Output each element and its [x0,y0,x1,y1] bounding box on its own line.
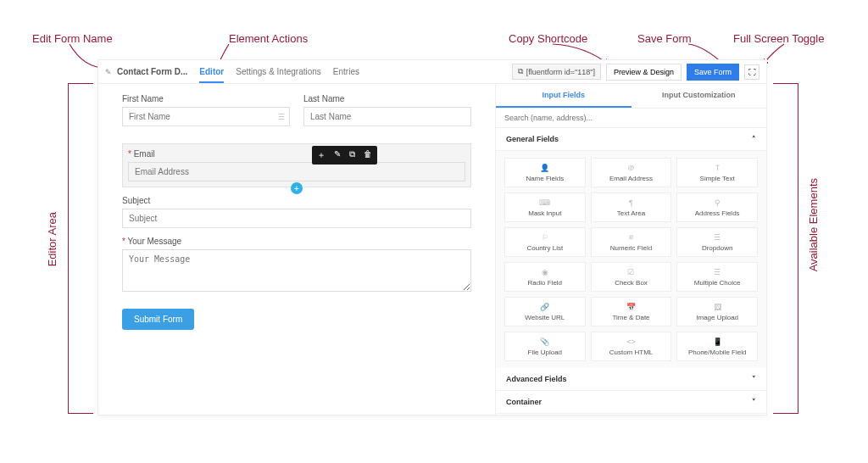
field-item-label: Time & Date [612,314,649,321]
message-label: * Your Message [122,237,471,246]
fullscreen-icon: ⛶ [748,68,756,76]
last-name-input[interactable] [303,107,471,126]
field-item-icon: ☰ [714,233,721,242]
field-subject[interactable]: Subject [122,196,471,228]
sidebar-tab-customization[interactable]: Input Customization [632,84,767,108]
field-item-icon: 📎 [540,337,549,346]
save-button[interactable]: Save Form [687,64,739,81]
field-item-text-area[interactable]: ¶Text Area [591,192,672,222]
sidebar-tab-input-fields[interactable]: Input Fields [496,84,632,108]
field-item-radio-field[interactable]: ◉Radio Field [504,262,586,292]
field-item-label: Custom HTML [609,349,654,356]
copy-icon: ⧉ [518,67,523,76]
container-title: Container [506,398,542,406]
field-item-label: Mask Input [528,209,561,217]
field-last-name[interactable]: Last Name [303,94,471,126]
advanced-fields-title: Advanced Fields [506,375,567,383]
field-item-dropdown[interactable]: ☰Dropdown [676,227,758,257]
label-editor-area: Editor Area [46,212,58,266]
chevron-down-icon: ˅ [752,375,756,383]
tab-entries[interactable]: Entries [333,67,359,76]
tab-settings[interactable]: Settings & Integrations [236,67,321,76]
bracket-available-elements [773,83,798,414]
field-item-icon: Ｔ [714,164,721,172]
sidebar: Input Fields Input Customization General… [495,84,766,415]
field-item-icon: 🖼 [714,303,721,311]
field-item-check-box[interactable]: ☑Check Box [591,262,672,292]
field-item-label: Image Upload [696,314,738,321]
accordion-payment-fields[interactable]: Payment Fields ˅ [496,414,766,415]
field-item-icon: ☑ [627,268,634,276]
general-fields-title: General Fields [506,135,559,143]
field-item-phone-mobile-field[interactable]: 📱Phone/Mobile Field [676,332,758,361]
field-item-label: Phone/Mobile Field [688,349,746,356]
first-name-label: First Name [122,94,290,103]
form-builder-app: ✎ Contact Form D... Editor Settings & In… [97,59,767,416]
field-item-icon: 📅 [626,303,636,311]
message-textarea[interactable] [122,249,471,292]
field-item-icon: 🔗 [540,303,549,311]
form-name[interactable]: Contact Form D... [117,67,187,76]
field-item-address-fields[interactable]: ⚲Address Fields [676,192,758,222]
field-item-icon: ◉ [542,268,548,276]
sidebar-search-input[interactable] [504,114,758,122]
accordion-advanced-fields[interactable]: Advanced Fields ˅ [496,368,766,391]
field-item-email-address[interactable]: ＠Email Address [591,158,672,187]
toolbox-add-icon[interactable]: ＋ [317,149,326,161]
toolbox-edit-icon[interactable]: ✎ [334,149,341,161]
field-item-icon: 👤 [540,164,549,172]
field-item-icon: <> [626,337,636,346]
field-item-website-url[interactable]: 🔗Website URL [504,297,586,326]
field-item-mask-input[interactable]: ⌨Mask Input [504,192,586,222]
field-item-multiple-choice[interactable]: ☰Multiple Choice [676,262,758,292]
field-item-simple-text[interactable]: ＴSimple Text [676,158,758,187]
field-item-label: Multiple Choice [694,279,741,287]
field-item-time-date[interactable]: 📅Time & Date [591,297,672,326]
field-item-icon: ＠ [627,164,635,172]
field-item-label: Name Fields [526,175,564,182]
subject-input[interactable] [122,209,471,228]
field-item-image-upload[interactable]: 🖼Image Upload [676,297,758,326]
label-available-elements: Available Elements [807,178,820,271]
field-item-file-upload[interactable]: 📎File Upload [504,332,586,361]
field-item-label: Numeric Field [610,244,652,252]
field-item-icon: # [629,233,633,242]
last-name-label: Last Name [303,94,471,103]
message-label-text: Your Message [128,237,182,246]
submit-button[interactable]: Submit Form [122,309,194,330]
email-input[interactable] [128,162,465,181]
field-item-icon: ¶ [629,198,633,207]
accordion-container[interactable]: Container ˅ [496,391,766,414]
chevron-up-icon: ˄ [752,135,756,143]
email-label-text: Email [134,149,155,159]
nav-tabs: Editor Settings & Integrations Entries [199,67,359,76]
bracket-editor-area [68,83,93,414]
accordion-general-fields[interactable]: General Fields ˄ [496,128,766,151]
chevron-down-icon: ˅ [752,398,756,406]
field-item-label: Dropdown [702,244,732,252]
field-first-name[interactable]: First Name ☰ [122,94,290,126]
field-message[interactable]: * Your Message [122,237,471,293]
field-item-numeric-field[interactable]: #Numeric Field [591,227,672,257]
field-item-label: Email Address [609,175,653,182]
preview-button[interactable]: Preview & Design [606,64,682,81]
field-item-icon: ⚲ [715,198,721,207]
first-name-input[interactable] [122,107,290,126]
field-item-label: Website URL [525,314,565,321]
shortcode-box[interactable]: ⧉ [fluentform id="118"] [512,64,601,80]
field-item-icon: ⚐ [542,233,548,242]
shortcode-text: [fluentform id="118"] [526,68,595,76]
field-item-name-fields[interactable]: 👤Name Fields [504,158,586,187]
editor-area: First Name ☰ Last Name * Email ＋ ✎ [98,84,495,415]
toolbox-delete-icon[interactable]: 🗑 [364,149,372,161]
fullscreen-toggle[interactable]: ⛶ [744,64,760,80]
add-field-button[interactable]: + [291,182,303,194]
field-item-custom-html[interactable]: <>Custom HTML [591,332,672,361]
field-email[interactable]: * Email ＋ ✎ ⧉ 🗑 + [122,143,471,187]
toolbox-copy-icon[interactable]: ⧉ [349,149,355,161]
element-toolbox: ＋ ✎ ⧉ 🗑 [312,146,377,165]
field-item-label: Radio Field [528,279,562,287]
edit-icon[interactable]: ✎ [105,68,112,76]
tab-editor[interactable]: Editor [199,67,224,83]
field-item-country-list[interactable]: ⚐Country List [504,227,586,257]
